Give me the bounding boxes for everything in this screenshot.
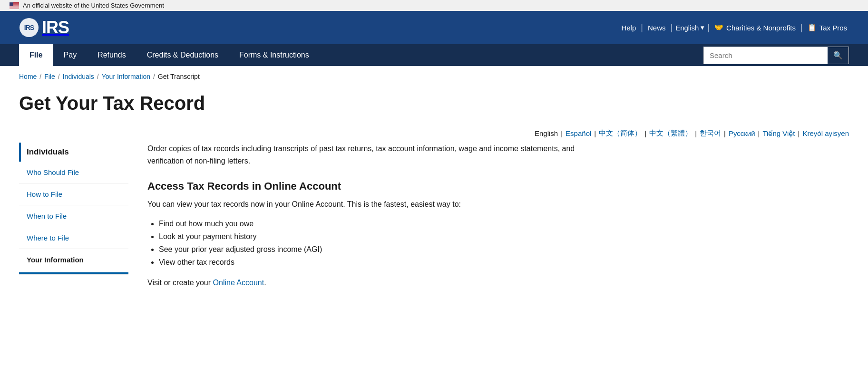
charities-link[interactable]: 🤝 Charities & Nonprofits [712,23,798,32]
lang-sep-4: | [695,129,697,137]
breadcrumb-file[interactable]: File [44,73,55,80]
taxpros-link[interactable]: 📋 Tax Pros [806,23,849,32]
content-intro: Order copies of tax records including tr… [147,143,575,167]
nav-item-credits[interactable]: Credits & Deductions [137,44,229,66]
svg-rect-5 [10,7,19,7]
sidebar-link-your-information[interactable]: Your Information [19,249,128,270]
sidebar-link-how-to-file[interactable]: How to File [19,183,128,205]
lang-sep-6: | [758,129,760,137]
nav-item-file[interactable]: File [19,44,53,66]
lang-link-vi[interactable]: Tiếng Việt [763,129,795,138]
visit-text-before: Visit or create your [147,279,213,287]
sidebar-link-when-to-file[interactable]: When to File [19,205,128,227]
sidebar-link-where-to-file[interactable]: Where to File [19,227,128,249]
chevron-down-icon: ▾ [701,23,704,32]
lang-sep-1: | [561,129,563,137]
nav-item-forms[interactable]: Forms & Instructions [229,44,320,66]
lang-link-zh-t[interactable]: 中文（繁體） [649,129,692,138]
taxpros-icon: 📋 [808,23,817,32]
online-account-link[interactable]: Online Account [213,279,264,287]
list-item-4: View other tax records [159,256,575,269]
language-current: English [535,129,558,137]
search-input[interactable] [704,48,828,63]
content-area: Order copies of tax records including tr… [147,143,575,314]
sidebar-progress-bar [19,272,128,274]
content-section-intro: You can view your tax records now in you… [147,198,575,211]
lang-sep-7: | [798,129,800,137]
nav-items: File Pay Refunds Credits & Deductions Fo… [19,44,320,66]
lang-sep-2: | [594,129,596,137]
logo-area: IRS IRS [19,18,69,38]
sidebar-item-how-to-file: How to File [19,183,128,205]
breadcrumb: Home / File / Individuals / Your Informa… [0,66,868,87]
sidebar-item-when-to-file: When to File [19,205,128,227]
site-header: IRS IRS Help | News | English ▾ | 🤝 Char… [0,11,868,44]
help-link[interactable]: Help [619,24,638,32]
irs-emblem-icon: IRS [19,18,39,38]
search-icon: 🔍 [833,51,843,59]
content-list: Find out how much you owe Look at your p… [159,217,575,269]
breadcrumb-your-info[interactable]: Your Information [102,73,150,80]
divider-4: | [800,23,803,33]
list-item-3: See your prior year adjusted gross incom… [159,243,575,256]
language-bar: English | Español | 中文（简体） | 中文（繁體） | 한국… [0,124,868,143]
svg-text:IRS: IRS [24,24,34,31]
charities-icon: 🤝 [714,23,723,32]
svg-rect-4 [10,6,19,6]
breadcrumb-individuals[interactable]: Individuals [63,73,94,80]
lang-link-ru[interactable]: Русский [729,129,755,137]
nav-item-pay[interactable]: Pay [53,44,88,66]
gov-banner: An official website of the United States… [0,0,868,11]
lang-link-es[interactable]: Español [566,129,591,137]
main-content: Individuals Who Should File How to File … [0,143,868,314]
content-section-title: Access Tax Records in Online Account [147,180,575,192]
page-title: Get Your Tax Record [19,92,849,115]
visit-text-after: . [264,279,266,287]
svg-rect-6 [10,8,19,8]
page-title-section: Get Your Tax Record [0,87,868,124]
svg-rect-7 [10,2,13,6]
news-link[interactable]: News [646,24,668,32]
lang-link-ko[interactable]: 한국어 [700,129,721,138]
divider-2: | [670,23,673,33]
divider-1: | [641,23,643,33]
breadcrumb-sep-2: / [58,73,60,80]
list-item-1: Find out how much you owe [159,217,575,230]
divider-3: | [707,23,710,33]
search-button[interactable]: 🔍 [828,47,848,64]
breadcrumb-sep-1: / [39,73,41,80]
us-flag-icon [10,2,19,9]
gov-banner-text: An official website of the United States… [23,2,164,9]
irs-logo: IRS IRS [19,18,69,38]
breadcrumb-sep-4: / [153,73,155,80]
search-box: 🔍 [703,47,849,64]
main-nav: File Pay Refunds Credits & Deductions Fo… [0,44,868,66]
breadcrumb-sep-3: / [97,73,99,80]
sidebar-nav: Who Should File How to File When to File… [19,162,128,275]
sidebar-link-who-should-file[interactable]: Who Should File [19,162,128,183]
lang-sep-5: | [724,129,726,137]
content-visit-text: Visit or create your Online Account. [147,277,575,289]
header-links: Help | News | English ▾ | 🤝 Charities & … [619,23,849,33]
list-item-2: Look at your payment history [159,230,575,243]
search-area: 🔍 [703,47,849,64]
lang-link-zh-s[interactable]: 中文（简体） [599,129,642,138]
sidebar: Individuals Who Should File How to File … [19,143,128,314]
language-selector[interactable]: English ▾ [675,23,704,32]
lang-link-ht[interactable]: Kreyòl ayisyen [802,129,849,137]
breadcrumb-home[interactable]: Home [19,73,37,80]
sidebar-item-your-information: Your Information [19,249,128,275]
breadcrumb-current: Get Transcript [158,73,200,80]
sidebar-section-title: Individuals [19,143,128,162]
nav-item-refunds[interactable]: Refunds [87,44,137,66]
irs-logo-link[interactable]: IRS IRS [19,18,69,38]
sidebar-item-who-should-file: Who Should File [19,162,128,183]
lang-sep-3: | [644,129,646,137]
sidebar-item-where-to-file: Where to File [19,227,128,249]
